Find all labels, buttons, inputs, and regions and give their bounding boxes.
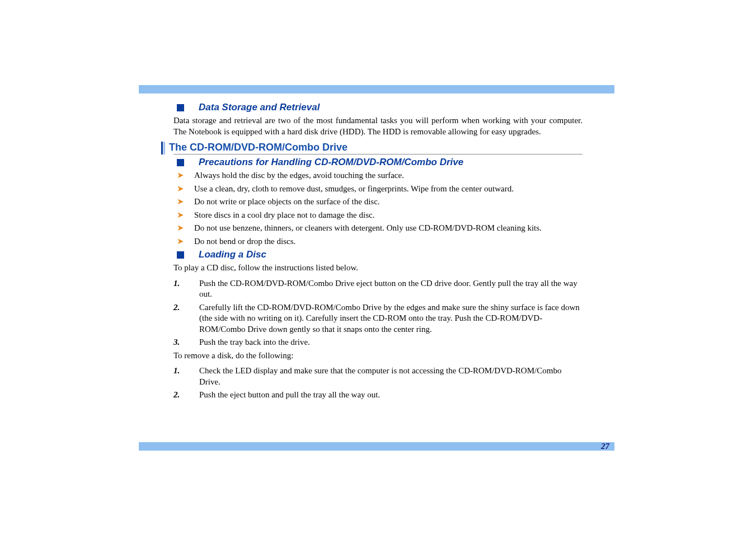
arrow-bullet-icon: ➤	[177, 223, 184, 234]
section-underline	[173, 154, 583, 154]
section-heading-wrap: The CD-ROM/DVD-ROM/Combo Drive	[161, 142, 583, 154]
step-number: 1.	[173, 366, 199, 377]
list-item: ➤ Store discs in a cool dry place not to…	[173, 210, 583, 221]
paragraph-to-remove: To remove a disk, do the following:	[173, 350, 583, 362]
list-item-text: Do not write or place objects on the sur…	[194, 196, 380, 208]
arrow-bullet-icon: ➤	[177, 196, 184, 208]
footer-bar	[139, 442, 614, 451]
paragraph-to-play: To play a CD disc, follow the instructio…	[173, 263, 583, 274]
arrow-bullet-icon: ➤	[177, 210, 184, 221]
arrow-bullet-icon: ➤	[177, 236, 184, 247]
list-item: ➤ Use a clean, dry, cloth to remove dust…	[173, 184, 583, 195]
step-number: 1.	[173, 278, 199, 289]
subheading-row-data-storage: Data Storage and Retrieval	[173, 102, 583, 113]
step-text: Push the CD-ROM/DVD-ROM/Combo Drive ejec…	[199, 278, 583, 300]
list-item-text: Do not use benzene, thinners, or cleaner…	[194, 223, 542, 234]
numbered-item: 1. Check the LED display and make sure t…	[173, 366, 583, 387]
step-number: 3.	[173, 337, 199, 348]
arrow-bullet-icon: ➤	[177, 170, 184, 181]
numbered-item: 2. Carefully lift the CD-ROM/DVD-ROM/Com…	[173, 302, 583, 335]
page-number: 27	[601, 442, 609, 451]
list-item: ➤ Do not bend or drop the discs.	[173, 236, 583, 247]
page-content: Data Storage and Retrieval Data storage …	[173, 100, 583, 402]
square-bullet-icon	[177, 251, 184, 259]
step-text: Carefully lift the CD-ROM/DVD-ROM/Combo …	[199, 302, 583, 335]
list-item-text: Use a clean, dry, cloth to remove dust, …	[194, 184, 514, 195]
subheading-row-precautions: Precautions for Handling CD-ROM/DVD-ROM/…	[173, 157, 583, 168]
list-item-text: Do not bend or drop the discs.	[194, 236, 295, 247]
subheading-data-storage: Data Storage and Retrieval	[199, 102, 320, 113]
list-item: ➤ Always hold the disc by the edges, avo…	[173, 170, 583, 181]
numbered-item: 2. Push the eject button and pull the tr…	[173, 390, 583, 401]
header-bar	[139, 85, 614, 93]
section-heading-bars-icon	[161, 142, 165, 154]
paragraph-data-storage: Data storage and retrieval are two of th…	[173, 115, 583, 137]
subheading-row-loading: Loading a Disc	[173, 249, 583, 260]
numbered-item: 3. Push the tray back into the drive.	[173, 337, 583, 348]
step-text: Check the LED display and make sure that…	[199, 366, 583, 387]
subheading-loading: Loading a Disc	[199, 249, 266, 260]
step-text: Push the eject button and pull the tray …	[199, 390, 583, 401]
section-heading: The CD-ROM/DVD-ROM/Combo Drive	[161, 142, 583, 153]
list-item: ➤ Do not use benzene, thinners, or clean…	[173, 223, 583, 234]
list-item-text: Store discs in a cool dry place not to d…	[194, 210, 374, 221]
step-number: 2.	[173, 390, 199, 401]
list-item-text: Always hold the disc by the edges, avoid…	[194, 170, 404, 181]
square-bullet-icon	[177, 159, 184, 166]
numbered-item: 1. Push the CD-ROM/DVD-ROM/Combo Drive e…	[173, 278, 583, 300]
list-item: ➤ Do not write or place objects on the s…	[173, 196, 583, 208]
square-bullet-icon	[177, 104, 184, 111]
subheading-precautions: Precautions for Handling CD-ROM/DVD-ROM/…	[199, 157, 463, 168]
arrow-bullet-icon: ➤	[177, 184, 184, 195]
step-text: Push the tray back into the drive.	[199, 337, 583, 348]
page: Data Storage and Retrieval Data storage …	[0, 0, 756, 534]
step-number: 2.	[173, 302, 199, 313]
